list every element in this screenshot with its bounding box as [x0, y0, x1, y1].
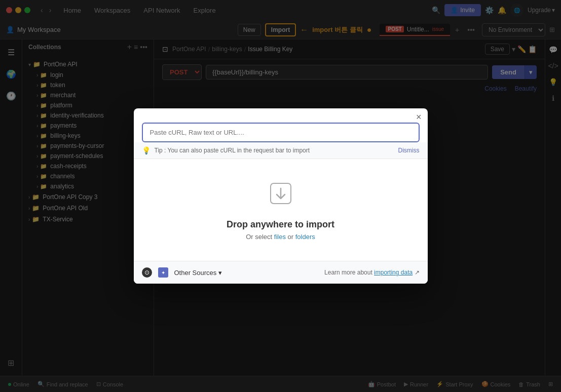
drop-title: Drop anywhere to import [227, 219, 334, 230]
import-input[interactable] [142, 123, 420, 142]
files-link[interactable]: files [274, 233, 286, 241]
modal-overlay: × 💡 Tip : You can also paste cURL in the… [0, 0, 561, 392]
modal-input-area [134, 114, 428, 142]
puzzle-icon: ✦ [158, 267, 168, 278]
footer-info: Learn more about importing data ↗ [324, 269, 419, 276]
other-sources-button[interactable]: Other Sources ▾ [174, 269, 222, 277]
lightbulb-icon: 💡 [142, 146, 151, 154]
tip-text: Tip : You can also paste cURL in the req… [155, 147, 394, 154]
dismiss-button[interactable]: Dismiss [398, 147, 420, 154]
chevron-down-icon: ▾ [218, 269, 222, 277]
modal-footer: ⊙ ✦ Other Sources ▾ Learn more about imp… [134, 261, 428, 284]
github-icon: ⊙ [142, 267, 152, 278]
modal-tip: 💡 Tip : You can also paste cURL in the r… [134, 142, 428, 159]
drop-area[interactable]: Drop anywhere to import Or select files … [134, 159, 428, 261]
import-modal: × 💡 Tip : You can also paste cURL in the… [134, 108, 428, 284]
modal-header: × [134, 108, 428, 114]
drop-icon [267, 179, 295, 213]
folders-link[interactable]: folders [295, 233, 315, 241]
importing-data-link[interactable]: importing data [374, 269, 413, 276]
drop-subtitle: Or select files or folders [246, 233, 315, 241]
